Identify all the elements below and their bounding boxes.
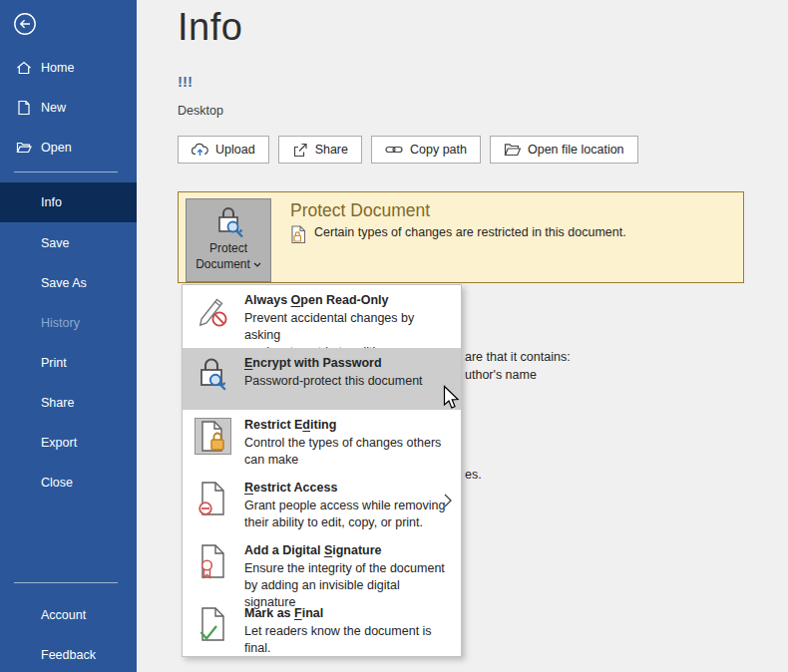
sidebar-item-new[interactable]: New: [0, 94, 137, 122]
sidebar-item-label: Info: [41, 195, 62, 209]
upload-cloud-icon: [192, 143, 208, 157]
protect-button-label-line1: Protect: [209, 240, 247, 256]
open-file-location-button[interactable]: Open file location: [490, 136, 638, 164]
home-icon: [16, 60, 32, 76]
sidebar-item-label: History: [41, 316, 80, 330]
sidebar-item-home[interactable]: Home: [0, 54, 137, 82]
menu-item-description: Grant people access while removing their…: [244, 498, 453, 531]
sidebar-item-label: Share: [41, 396, 74, 410]
sidebar-divider: [14, 582, 118, 583]
new-document-icon: [16, 100, 32, 116]
sidebar-item-account[interactable]: Account: [0, 601, 137, 629]
obscured-text-fragment: uthor's name: [465, 368, 537, 382]
protect-panel-title: Protect Document: [290, 200, 430, 221]
protect-document-panel: Protect Document Protect Document Certai…: [178, 191, 744, 283]
obscured-text-fragment: es.: [465, 468, 482, 482]
upload-button[interactable]: Upload: [178, 136, 269, 164]
menu-item-title: Always Open Read-Only: [244, 292, 453, 308]
sidebar-item-label: Save: [41, 236, 70, 250]
back-button[interactable]: [13, 12, 37, 36]
protect-document-menu: Always Open Read-Only Prevent accidental…: [182, 284, 462, 657]
page-title: Info: [178, 6, 242, 49]
sidebar-item-feedback[interactable]: Feedback: [0, 641, 137, 669]
open-folder-icon: [16, 140, 32, 156]
menu-item-title: Restrict Access: [244, 480, 453, 496]
menu-item-title: Restrict Editing: [244, 417, 453, 433]
sidebar-item-label: Close: [41, 476, 73, 490]
link-icon: [385, 144, 403, 156]
menu-item-title: Mark as Final: [244, 605, 453, 621]
sidebar-item-print[interactable]: Print: [0, 349, 137, 377]
sidebar-item-label: Open: [41, 141, 72, 155]
menu-item-restrict-editing[interactable]: Restrict Editing Control the types of ch…: [183, 410, 461, 473]
protect-button-label-line2: Document: [196, 256, 250, 272]
submenu-arrow-icon: [444, 494, 452, 511]
sidebar-item-label: Export: [41, 436, 77, 450]
folder-icon: [504, 143, 521, 157]
sidebar-item-label: Home: [41, 61, 74, 75]
sidebar-item-close[interactable]: Close: [0, 469, 137, 497]
sidebar-item-info[interactable]: Info: [0, 182, 137, 222]
menu-item-description: Password-protect this document: [244, 373, 453, 390]
sidebar-item-open[interactable]: Open: [0, 134, 137, 162]
lock-search-icon: [211, 204, 245, 240]
info-page: Info !!! Desktop Upload Share: [137, 0, 788, 672]
chevron-down-icon: [253, 262, 261, 267]
sidebar-item-history: History: [0, 309, 137, 337]
sidebar-divider: [14, 171, 118, 172]
share-button[interactable]: Share: [278, 136, 362, 164]
menu-item-title: Add a Digital Signature: [244, 542, 453, 558]
back-arrow-icon: [13, 12, 37, 36]
file-actions-row: Upload Share Copy path: [178, 136, 638, 164]
sidebar-item-export[interactable]: Export: [0, 429, 137, 457]
sidebar-item-save[interactable]: Save: [0, 229, 137, 257]
protect-document-button[interactable]: Protect Document: [186, 198, 271, 282]
document-ribbon-icon: [193, 542, 232, 579]
sidebar-item-share[interactable]: Share: [0, 389, 137, 417]
lock-key-icon: [193, 355, 232, 392]
sidebar-item-save-as[interactable]: Save As: [0, 269, 137, 297]
menu-item-title: Encrypt with Password: [244, 355, 453, 371]
document-lock-small-icon: [291, 225, 306, 244]
menu-item-add-digital-signature[interactable]: Add a Digital Signature Ensure the integ…: [183, 535, 461, 598]
protect-panel-description: Certain types of changes are restricted …: [291, 225, 626, 244]
file-name: !!!: [178, 73, 193, 90]
document-lock-icon: [193, 417, 232, 455]
obscured-text-fragment: are that it contains:: [465, 350, 571, 364]
menu-item-description: Let readers know the document is final.: [244, 623, 453, 657]
sidebar-item-label: Feedback: [41, 648, 96, 662]
sidebar-item-label: Account: [41, 608, 86, 622]
menu-item-always-open-read-only[interactable]: Always Open Read-Only Prevent accidental…: [183, 285, 461, 348]
document-check-icon: [193, 605, 232, 642]
document-blocked-icon: [193, 480, 232, 516]
word-backstage-info: Home New Open Info Save Save As History: [0, 0, 788, 672]
sidebar-item-label: Save As: [41, 276, 87, 290]
share-icon: [292, 143, 308, 158]
sidebar-item-label: Print: [41, 356, 67, 370]
menu-item-restrict-access[interactable]: Restrict Access Grant people access whil…: [183, 473, 461, 535]
active-option-box: [195, 418, 231, 455]
sidebar-item-label: New: [41, 101, 66, 115]
menu-item-encrypt-with-password[interactable]: Encrypt with Password Password-protect t…: [183, 348, 461, 410]
copy-path-button[interactable]: Copy path: [371, 136, 481, 164]
file-location: Desktop: [178, 104, 223, 118]
menu-item-description: Control the types of changes others can …: [244, 435, 453, 469]
menu-item-mark-as-final[interactable]: Mark as Final Let readers know the docum…: [183, 598, 461, 656]
pencil-blocked-icon: [193, 292, 232, 329]
backstage-sidebar: Home New Open Info Save Save As History: [0, 0, 137, 672]
